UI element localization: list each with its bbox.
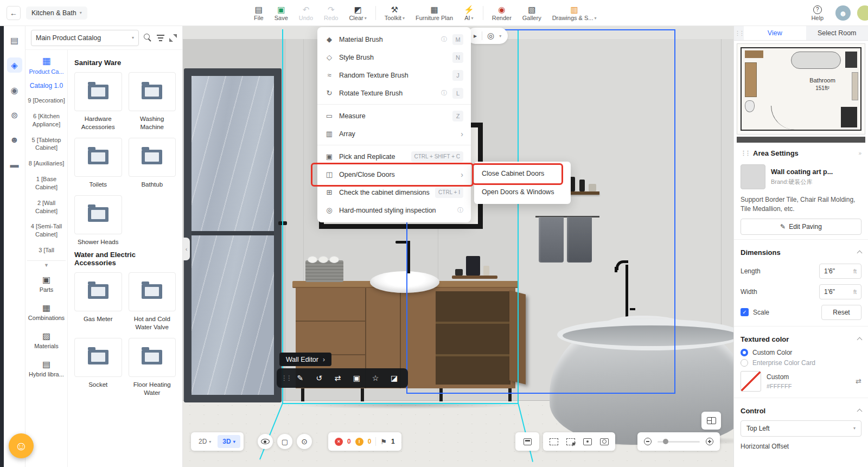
tab-select-room[interactable]: Select Room (806, 26, 868, 40)
user-avatar[interactable]: ☻ (835, 5, 851, 21)
shower-door[interactable] (184, 68, 282, 402)
swap-color-icon[interactable]: ⇄ (856, 377, 861, 385)
scale-checkbox[interactable]: ✓ (741, 308, 749, 316)
chevron-up-icon[interactable] (857, 251, 863, 256)
project-dropdown[interactable]: Kitchen & Bath ▾ (26, 7, 87, 20)
length-input[interactable]: 1'6" ft (819, 264, 861, 279)
furniture-plan-button[interactable]: ▦Furniture Plan (410, 5, 458, 21)
marquee-select-icon[interactable] (550, 438, 558, 445)
printer-icon[interactable]: ▤ (7, 33, 22, 48)
menu-item-rotate-texture-brush[interactable]: ↻Rotate Texture BrushⓘL (317, 84, 471, 102)
filter-icon[interactable] (157, 35, 164, 41)
nav-item-tall-cabinet[interactable]: 3 [Tall (38, 242, 55, 258)
drag-grip-icon[interactable]: ⋮⋮ (741, 150, 749, 157)
edit-paving-button[interactable]: ✎ Edit Paving (741, 219, 861, 235)
flip-icon[interactable]: ⇄ (328, 374, 347, 382)
custom-color-option[interactable]: Custom Color (734, 348, 868, 358)
menu-item-style-brush[interactable]: ◇Style BrushN (317, 48, 471, 66)
favorite-star-icon[interactable]: ☆ (366, 374, 385, 382)
nav-item-base-cabinet[interactable]: 1 [Base Cabinet] (27, 171, 66, 195)
menu-item-check-cabinet-dimensions[interactable]: ⊞Check the cabinet dimensionsCTRL + I (317, 183, 471, 201)
nav-item-tabletop-cabinet[interactable]: 5 [Tabletop Cabinet] (27, 132, 66, 156)
menu-item-random-texture-brush[interactable]: ≈Random Texture BrushJ (317, 66, 471, 84)
nav-materials[interactable]: ▨Materials (34, 326, 59, 354)
panel-collapse-handle[interactable]: ‹ (183, 238, 190, 260)
zoom-region-icon[interactable] (600, 438, 609, 445)
storage-basket[interactable] (305, 260, 343, 282)
nav-combinations[interactable]: ▦Combinations (28, 298, 65, 326)
view-orbit-pill[interactable]: ▸ ◎ ▾ (467, 28, 508, 44)
catalog-version[interactable]: Catalog 1.0 (30, 82, 63, 89)
zoom-out-icon[interactable] (644, 438, 652, 445)
issue-badges[interactable]: × 0 ! 0 ⚑ 1 (328, 432, 401, 451)
location-pin2-icon[interactable]: ⊚ (7, 107, 22, 123)
next-thumbnail-strip[interactable] (737, 137, 865, 143)
clear-button[interactable]: ◩Clear▾ (343, 5, 372, 21)
nav-item-decoration[interactable]: 9 [Decoration] (27, 93, 65, 108)
panel-toggle-button[interactable] (515, 432, 539, 451)
enterprise-color-option[interactable]: Enterprise Color Card (734, 358, 868, 368)
collapse-corner-icon[interactable]: » (858, 150, 861, 156)
toolkit-button[interactable]: ⚒Toolkit▾ (379, 5, 410, 21)
tab-product-catalog[interactable]: ▦ Product Ca... (29, 55, 63, 75)
eraser-tool-icon[interactable]: ◪ (385, 374, 404, 382)
submenu-item-close-cabinet-doors[interactable]: Close Cabinet Doors (474, 164, 571, 183)
folder-hardware-accessories[interactable]: Hardware Accessories (74, 72, 122, 131)
folder-bathtub[interactable]: Bathtub (129, 138, 176, 189)
floorplan-mini-button[interactable] (701, 412, 721, 430)
orbit-view-button[interactable]: ⊙ (297, 434, 312, 449)
collapse-panel-icon[interactable] (169, 34, 177, 42)
menu-item-hard-mounted-inspection[interactable]: ◎Hard-mounted styling inspectionⓘ (317, 201, 471, 219)
visibility-button[interactable] (258, 434, 273, 449)
drag-grip-icon[interactable]: ⋮⋮ (281, 374, 291, 382)
duplicate-icon[interactable]: ▣ (347, 374, 366, 382)
nav-item-auxiliaries[interactable]: 8 [Auxiliaries] (28, 156, 65, 171)
gallery-button[interactable]: ▧Gallery (517, 5, 547, 21)
zoom-slider[interactable] (658, 441, 700, 443)
folder-floor-heating[interactable]: Floor Heating Water (129, 338, 176, 397)
frame-view-icon[interactable] (583, 438, 592, 445)
help-button[interactable]: ?Help (806, 5, 829, 21)
person-tool-icon[interactable]: ☻ (7, 132, 22, 148)
nav-hybrid-library[interactable]: ▤Hybrid libra... (29, 354, 64, 382)
custom-color-swatch[interactable] (741, 371, 761, 392)
catalog-select[interactable]: Main Product Catalog ▾ (31, 30, 139, 46)
mode-3d-button[interactable]: 3D▾ (218, 435, 240, 448)
zoom-slider-knob[interactable] (663, 439, 668, 444)
nav-item-semi-tall-cabinet[interactable]: 4 [Semi-Tall Cabinet] (27, 219, 66, 242)
chevron-up-icon[interactable] (857, 337, 863, 343)
floorplan-thumbnail[interactable]: Bathroom 151ft² (737, 43, 865, 135)
menu-item-pick-and-replicate[interactable]: ▣Pick and ReplicateCTRL + SHIFT + C (317, 148, 471, 165)
chevron-up-icon[interactable] (857, 409, 863, 414)
menu-item-open-close-doors[interactable]: ◫Open/Close Doors› (317, 165, 471, 183)
ai-button[interactable]: ⚡AI▾ (458, 5, 480, 21)
menu-item-material-brush[interactable]: ◆Material BrushⓘM (317, 30, 471, 48)
submenu-item-open-doors-windows[interactable]: Open Doors & Windows (474, 183, 571, 201)
folder-gas-meter[interactable]: Gas Meter (74, 272, 122, 331)
back-button[interactable]: ← (7, 6, 21, 20)
folder-water-valve[interactable]: Hot and Cold Water Valve (129, 272, 176, 331)
search-icon[interactable] (144, 34, 152, 42)
design-bucket-icon[interactable]: ◈ (7, 57, 22, 73)
area-select-icon[interactable] (566, 438, 575, 445)
folder-socket[interactable]: Socket (74, 338, 122, 397)
paint-pencil-icon[interactable]: ✎ (291, 374, 310, 382)
card-tool-icon[interactable]: ▬ (7, 157, 22, 172)
position-select[interactable]: Top Left ▾ (741, 420, 861, 437)
save-button[interactable]: ▣Save (269, 5, 293, 21)
nav-item-kitchen-appliance[interactable]: 6 [Kitchen Appliance] (27, 108, 66, 132)
file-button[interactable]: ▤File (248, 5, 269, 21)
viewport-3d[interactable]: ‹ ▸ ◎ ▾ ◆Material BrushⓘM ◇Style BrushN … (183, 26, 733, 467)
undo-button[interactable]: ↶Undo (293, 5, 318, 21)
support-chat-button[interactable]: ☺ (9, 433, 34, 458)
redo-button[interactable]: ↷Redo (318, 5, 343, 21)
menu-item-array[interactable]: ▥Array› (317, 125, 471, 143)
tab-view[interactable]: View (744, 26, 806, 40)
render-button[interactable]: ◉Render (487, 5, 517, 21)
secondary-avatar[interactable] (857, 5, 868, 21)
width-input[interactable]: 1'6" ft (819, 284, 861, 299)
drag-grip-icon[interactable]: ⋮⋮ (734, 26, 744, 40)
folder-toilets[interactable]: Toilets (74, 138, 122, 189)
location-pin-icon[interactable]: ◉ (7, 82, 22, 98)
rotate-icon[interactable]: ↺ (310, 374, 329, 382)
